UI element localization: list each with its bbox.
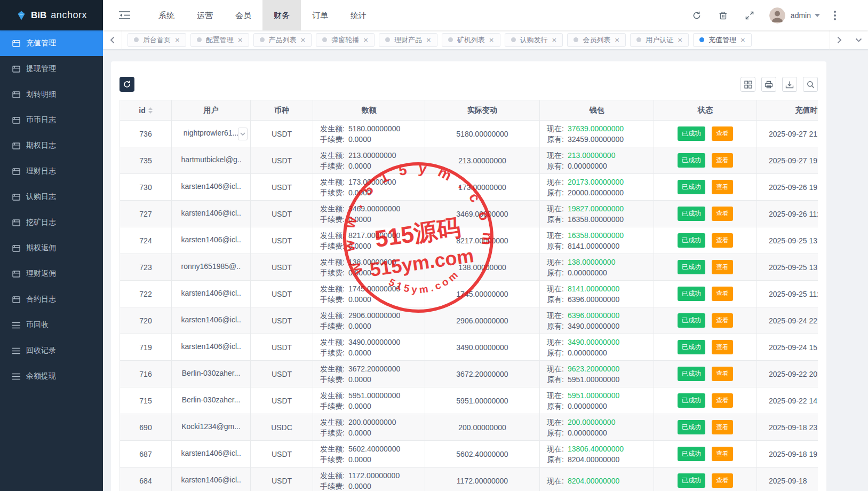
tabs-menu-icon[interactable] [849, 30, 868, 50]
sidebar-item-10[interactable]: 合约日志 [0, 287, 103, 312]
status-success-button[interactable]: 已成功 [678, 153, 705, 168]
chevron-down-icon[interactable] [815, 14, 820, 17]
fullscreen-icon[interactable] [745, 11, 754, 20]
sidebar-item-0[interactable]: 充值管理 [0, 30, 103, 56]
view-button[interactable]: 查看 [712, 153, 733, 168]
trash-icon[interactable] [719, 11, 728, 20]
status-success-button[interactable]: 已成功 [678, 473, 705, 488]
username-label[interactable]: admin [791, 11, 811, 20]
status-success-button[interactable]: 已成功 [678, 126, 705, 141]
top-nav-item-3[interactable]: 财务 [262, 0, 301, 30]
status-success-button[interactable]: 已成功 [678, 313, 705, 328]
tab-2[interactable]: 产品列表× [253, 33, 312, 47]
status-success-button[interactable]: 已成功 [678, 340, 705, 354]
kv-value: 0.0000 [348, 322, 371, 330]
status-success-button[interactable]: 已成功 [678, 420, 705, 434]
tab-label: 矿机列表 [457, 35, 485, 45]
tab-9[interactable]: 充值管理× [693, 33, 752, 47]
top-nav-item-4[interactable]: 订单 [301, 0, 339, 30]
sidebar-item-5[interactable]: 理财日志 [0, 159, 103, 184]
tab-close-icon[interactable]: × [489, 36, 494, 44]
tab-close-icon[interactable]: × [552, 36, 557, 44]
sidebar-item-8[interactable]: 期权返佣 [0, 235, 103, 261]
tab-7[interactable]: 会员列表× [567, 33, 626, 47]
user-dropdown-button[interactable] [238, 128, 248, 140]
status-success-button[interactable]: 已成功 [678, 260, 705, 274]
tab-close-icon[interactable]: × [678, 36, 682, 44]
top-nav-item-5[interactable]: 统计 [339, 0, 378, 30]
sidebar-item-7[interactable]: 挖矿日志 [0, 210, 103, 235]
more-options-icon[interactable] [834, 11, 836, 20]
top-nav-item-0[interactable]: 系统 [147, 0, 186, 30]
cell-change: 3672.20000000 [425, 361, 540, 387]
export-icon[interactable] [782, 77, 797, 92]
top-nav-item-1[interactable]: 运营 [186, 0, 224, 30]
view-button[interactable]: 查看 [712, 420, 733, 434]
table-refresh-button[interactable] [120, 77, 134, 92]
sidebar-item-1[interactable]: 提现管理 [0, 56, 103, 82]
sidebar-item-11[interactable]: 币回收 [0, 312, 103, 338]
tab-close-icon[interactable]: × [301, 36, 306, 44]
columns-icon[interactable] [740, 77, 755, 92]
status-success-button[interactable]: 已成功 [678, 233, 705, 248]
view-button[interactable]: 查看 [712, 473, 733, 488]
sort-asc-icon[interactable] [148, 107, 153, 110]
view-button[interactable]: 查看 [712, 126, 733, 141]
sidebar-item-2[interactable]: 划转明细 [0, 82, 103, 107]
status-success-button[interactable]: 已成功 [678, 180, 705, 194]
kv-label: 现在: [547, 124, 564, 133]
sidebar-item-13[interactable]: 余额提现 [0, 363, 103, 389]
view-button[interactable]: 查看 [712, 207, 733, 221]
sidebar-toggle-icon[interactable] [103, 0, 139, 30]
cell-coin: USDT [251, 361, 313, 387]
tab-close-icon[interactable]: × [238, 36, 243, 44]
status-success-button[interactable]: 已成功 [678, 207, 705, 221]
view-button[interactable]: 查看 [712, 287, 733, 301]
refresh-icon[interactable] [692, 11, 702, 20]
sort-icons[interactable] [148, 107, 153, 114]
tab-4[interactable]: 理财产品× [379, 33, 437, 47]
search-icon[interactable] [803, 77, 818, 92]
view-button[interactable]: 查看 [712, 367, 733, 381]
print-icon[interactable] [761, 77, 776, 92]
view-button[interactable]: 查看 [712, 180, 733, 194]
sidebar-item-3[interactable]: 币币日志 [0, 107, 103, 133]
tab-3[interactable]: 弹窗轮播× [316, 33, 375, 47]
tab-close-icon[interactable]: × [363, 36, 368, 44]
sort-desc-icon[interactable] [148, 111, 153, 114]
key-value-line: 发生额:3469.00000000 [320, 203, 425, 214]
tab-close-icon[interactable]: × [426, 36, 431, 44]
view-button[interactable]: 查看 [712, 313, 733, 328]
sidebar-item-label: 合约日志 [26, 295, 56, 304]
tab-1[interactable]: 配置管理× [190, 33, 249, 47]
tab-5[interactable]: 矿机列表× [442, 33, 500, 47]
status-success-button[interactable]: 已成功 [678, 393, 705, 408]
sidebar-item-9[interactable]: 理财返佣 [0, 261, 103, 287]
tab-close-icon[interactable]: × [175, 36, 180, 44]
cell-status: 已成功查看 [654, 147, 757, 174]
status-success-button[interactable]: 已成功 [678, 447, 705, 461]
tab-6[interactable]: 认购发行× [505, 33, 563, 47]
cell-wallet: 现在:3490.00000000原有:0.00000000 [540, 334, 654, 361]
status-success-button[interactable]: 已成功 [678, 287, 705, 301]
view-button[interactable]: 查看 [712, 393, 733, 408]
tab-8[interactable]: 用户认证× [630, 33, 689, 47]
top-nav-item-2[interactable]: 会员 [224, 0, 262, 30]
view-button[interactable]: 查看 [712, 233, 733, 248]
tab-0[interactable]: 后台首页× [128, 33, 186, 47]
kv-label: 发生额: [320, 231, 345, 240]
view-button[interactable]: 查看 [712, 447, 733, 461]
tab-close-icon[interactable]: × [615, 36, 619, 44]
sidebar-item-12[interactable]: 回收记录 [0, 338, 103, 363]
sidebar-item-4[interactable]: 期权日志 [0, 133, 103, 159]
col-header-label: 钱包 [590, 106, 604, 115]
view-button[interactable]: 查看 [712, 340, 733, 354]
key-value-line: 原有:32459.00000000 [547, 134, 654, 145]
tabs-scroll-left-icon[interactable] [103, 30, 122, 50]
sidebar-item-6[interactable]: 认购日志 [0, 184, 103, 210]
avatar[interactable] [769, 7, 785, 23]
view-button[interactable]: 查看 [712, 260, 733, 274]
status-success-button[interactable]: 已成功 [678, 367, 705, 381]
tabs-scroll-right-icon[interactable] [830, 30, 849, 50]
tab-close-icon[interactable]: × [740, 36, 745, 44]
